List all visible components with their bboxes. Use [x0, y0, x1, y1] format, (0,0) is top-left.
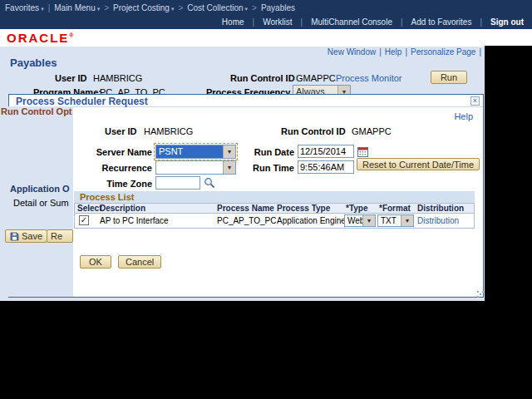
- help-link[interactable]: Help: [385, 47, 402, 57]
- chevron-down-icon: ▾: [41, 6, 44, 12]
- chevron-down-icon: ▾: [245, 6, 249, 12]
- dialog-title: Process Scheduler Request: [16, 96, 148, 107]
- chevron-down-icon: ▾: [97, 6, 101, 12]
- dialog-user-id-value: HAMBRICG: [144, 126, 193, 136]
- personalize-page-link[interactable]: Personalize Page: [411, 47, 475, 57]
- save-disk-icon: [10, 232, 19, 241]
- col-description: Description: [100, 204, 145, 214]
- breadcrumb-bar: Favorites▾ | Main Menu▾ > Project Costin…: [0, 0, 532, 15]
- separator: |: [401, 17, 403, 27]
- breadcrumb-item-payables[interactable]: Payables: [261, 3, 295, 12]
- multichannel-console-link[interactable]: MultiChannel Console: [311, 17, 392, 27]
- user-id-label: User ID: [55, 73, 87, 83]
- run-button[interactable]: Run: [431, 71, 467, 84]
- server-name-select[interactable]: PSNT ▼: [155, 145, 236, 159]
- run-control-options-text: Run Control Opti: [1, 106, 72, 116]
- ok-button[interactable]: OK: [80, 255, 111, 268]
- registered-mark-icon: ®: [69, 32, 75, 38]
- dialog-title-bar: Process Scheduler Request ×: [9, 95, 483, 107]
- server-name-label: Server Name: [84, 147, 152, 157]
- breadcrumb-chevron: >: [252, 3, 257, 12]
- dialog-run-control-id-label: Run Control ID: [281, 126, 346, 136]
- breadcrumb-item-cost-collection[interactable]: Cost Collection▾: [187, 3, 248, 12]
- select-arrow-icon: ▼: [223, 145, 235, 158]
- select-arrow-icon: ▼: [401, 215, 413, 226]
- screen: Favorites▾ | Main Menu▾ > Project Costin…: [0, 0, 532, 399]
- return-to-search-button-fragment[interactable]: Re: [47, 229, 73, 243]
- breadcrumb-separator: |: [48, 3, 51, 12]
- table-row: ✓ AP to PC Interface PC_AP_TO_PC Applica…: [75, 214, 474, 228]
- home-link[interactable]: Home: [222, 17, 244, 27]
- select-arrow-icon: ▼: [362, 215, 375, 226]
- row-process-name: PC_AP_TO_PC: [217, 216, 277, 225]
- dialog-help-link[interactable]: Help: [454, 111, 473, 121]
- col-format: *Format: [379, 204, 411, 214]
- process-scheduler-request-dialog: Process Scheduler Request × Help User ID…: [8, 94, 484, 298]
- recurrence-label: Recurrence: [84, 163, 152, 173]
- breadcrumb-chevron: >: [104, 3, 109, 12]
- page-title: Payables: [10, 57, 57, 69]
- row-distribution-link[interactable]: Distribution: [417, 216, 459, 225]
- breadcrumb-item-main-menu[interactable]: Main Menu▾: [54, 3, 100, 12]
- cancel-button[interactable]: Cancel: [118, 255, 161, 268]
- brand-bar: ORACLE®: [0, 29, 532, 47]
- time-zone-input[interactable]: [155, 176, 200, 190]
- resize-grip[interactable]: [477, 291, 479, 293]
- col-type: *Type: [346, 204, 368, 214]
- calendar-icon[interactable]: [357, 146, 368, 157]
- run-control-id-label: Run Control ID: [230, 73, 295, 83]
- worklist-link[interactable]: Worklist: [263, 17, 292, 27]
- breadcrumb-item-favorites[interactable]: Favorites▾: [5, 3, 44, 12]
- add-to-favorites-link[interactable]: Add to Favorites: [411, 17, 472, 27]
- new-window-link[interactable]: New Window: [328, 47, 376, 57]
- col-process-type: Process Type: [277, 204, 330, 214]
- process-list-title: Process List: [80, 192, 134, 202]
- save-button[interactable]: Save: [5, 229, 47, 243]
- separator: |: [405, 47, 407, 57]
- run-time-label: Run Time: [246, 163, 294, 173]
- user-id-value: HAMBRICG: [93, 73, 142, 83]
- letterbox-bottom: [0, 301, 532, 399]
- lookup-magnifier-icon[interactable]: [204, 177, 215, 189]
- utility-bar: Home | Worklist | MultiChannel Console |…: [0, 15, 532, 29]
- sign-out-link[interactable]: Sign out: [490, 17, 524, 27]
- recurrence-select[interactable]: ▼: [155, 160, 236, 175]
- grid-header-row: Select Description Process Name Process …: [75, 204, 474, 214]
- time-zone-label: Time Zone: [84, 179, 152, 189]
- reset-date-time-button[interactable]: Reset to Current Date/Time: [357, 158, 480, 170]
- select-checkbox[interactable]: ✓: [79, 215, 89, 225]
- dialog-user-id-label: User ID: [105, 126, 137, 136]
- separator: |: [379, 47, 382, 57]
- run-date-input[interactable]: 12/15/2014: [298, 145, 354, 158]
- oracle-logo: ORACLE®: [7, 31, 76, 45]
- run-date-label: Run Date: [246, 147, 294, 157]
- col-process-name: Process Name: [217, 204, 274, 214]
- row-type-select[interactable]: Web ▼: [344, 214, 376, 227]
- process-monitor-link[interactable]: Process Monitor: [336, 73, 401, 83]
- breadcrumb-item-project-costing[interactable]: Project Costing▾: [113, 3, 174, 12]
- page-toolbar: New Window | Help | Personalize Page |: [328, 47, 481, 57]
- select-arrow-icon: ▼: [223, 161, 235, 174]
- separator: |: [479, 47, 481, 57]
- process-list-grid: Select Description Process Name Process …: [74, 203, 475, 229]
- dialog-run-control-id-value: GMAPPC: [352, 126, 392, 136]
- separator: |: [301, 17, 303, 27]
- row-format-select[interactable]: TXT ▼: [377, 214, 414, 227]
- close-icon[interactable]: ×: [470, 96, 480, 106]
- breadcrumb-chevron: >: [178, 3, 183, 12]
- chevron-down-icon: ▾: [171, 6, 175, 12]
- check-icon: ✓: [81, 215, 87, 224]
- col-select: Select: [77, 204, 101, 214]
- process-list-section: Process List: [74, 191, 475, 203]
- row-process-type: Application Engine: [277, 216, 346, 225]
- detail-or-summary-text: Detail or Sum: [13, 198, 69, 208]
- separator: |: [480, 17, 482, 27]
- col-distribution: Distribution: [417, 204, 464, 214]
- application-options-text: Application O: [10, 184, 70, 194]
- row-description: AP to PC Interface: [100, 216, 169, 225]
- separator: |: [253, 17, 255, 27]
- run-time-input[interactable]: 9:55:46AM: [298, 160, 354, 174]
- run-control-id-value: GMAPPC: [296, 73, 336, 83]
